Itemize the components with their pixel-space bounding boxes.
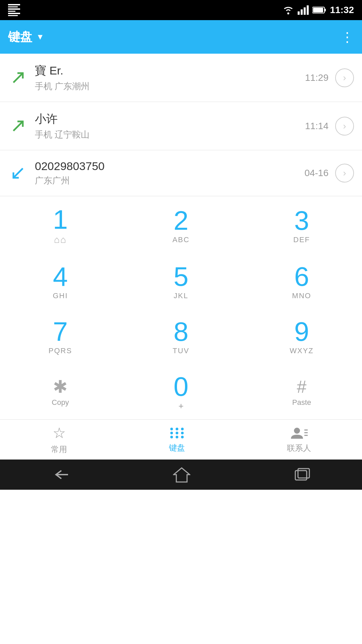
dialpad-key-6[interactable]: 6 MNO [241,253,362,308]
status-time: 11:32 [330,5,354,15]
key-paste-label: Paste [292,398,311,407]
call-meta-3: 04-16 › [304,164,354,182]
dialpad-key-hash[interactable]: # Paste [241,363,362,419]
key-copy-label: Copy [52,398,69,407]
svg-rect-27 [298,469,309,478]
svg-rect-4 [307,5,309,15]
dialpad-key-7[interactable]: 7 PQRS [0,308,121,363]
dialpad-key-8[interactable]: 8 TUV [121,308,241,363]
svg-point-17 [170,436,173,438]
svg-rect-1 [298,11,300,15]
key-number-2: 2 [174,207,189,234]
svg-point-0 [287,12,289,14]
outgoing-call-icon-1 [8,68,28,88]
svg-rect-3 [304,7,306,15]
key-number-3: 3 [294,207,309,234]
key-letters-2: ABC [172,235,189,244]
svg-marker-25 [174,468,190,482]
status-bar-left [8,4,20,16]
app-header: 键盘 ▼ ⋮ [0,20,362,54]
barcode-icon [8,4,20,16]
call-log: 寶 Er. 手机 广东潮州 11:29 › 小许 手机 辽宁鞍山 11:14 › [0,54,362,196]
svg-line-8 [13,73,23,83]
contacts-label: 联系人 [287,443,311,453]
favorites-label: 常用 [51,444,67,455]
dialpad-key-3[interactable]: 3 DEF [241,196,362,253]
svg-rect-7 [313,8,323,12]
key-number-9: 9 [294,318,309,345]
call-name-1: 寶 Er. [35,63,305,78]
key-letters-9: WXYZ [290,346,314,355]
svg-rect-2 [301,9,303,15]
dropdown-icon[interactable]: ▼ [36,32,44,42]
call-info-2: 小许 手机 辽宁鞍山 [35,111,305,141]
dialpad-grid: 1 ⌂⌂ 2 ABC 3 DEF 4 GHI 5 JKL 6 MNO 7 [0,196,362,419]
call-detail-btn-3[interactable]: › [335,164,354,182]
key-number-8: 8 [174,318,189,345]
key-letters-6: MNO [292,291,311,300]
key-star-symbol: ✱ [53,378,68,395]
chevron-right-icon-3: › [343,168,346,178]
key-number-0: 0 [174,373,189,400]
dialpad-area: 1 ⌂⌂ 2 ABC 3 DEF 4 GHI 5 JKL 6 MNO 7 [0,196,362,419]
recents-button[interactable] [293,467,311,482]
key-hash-symbol: # [297,378,307,395]
key-number-6: 6 [294,263,309,290]
svg-point-19 [181,436,184,438]
chevron-right-icon-1: › [343,72,346,83]
call-time-3: 04-16 [304,168,328,178]
favorites-icon: ☆ [53,424,66,441]
svg-point-16 [181,432,184,434]
key-letters-7: PQRS [49,346,72,355]
call-detail-btn-2[interactable]: › [335,117,354,136]
dialpad-key-9[interactable]: 9 WXYZ [241,308,362,363]
home-button[interactable] [173,467,190,483]
dialpad-key-1[interactable]: 1 ⌂⌂ [0,196,121,253]
dialpad-key-0[interactable]: 0 + [121,363,241,419]
call-detail-1: 手机 广东潮州 [35,80,305,92]
call-detail-btn-1[interactable]: › [335,68,354,87]
key-plus-label: + [178,401,183,411]
call-meta-2: 11:14 › [305,117,354,136]
key-number-5: 5 [174,263,189,290]
call-detail-2: 手机 辽宁鞍山 [35,129,305,141]
key-letters-5: JKL [174,291,188,300]
svg-point-11 [170,428,173,430]
svg-point-20 [294,428,300,434]
svg-point-18 [176,436,178,438]
call-time-2: 11:14 [305,121,328,131]
nav-item-dialpad[interactable]: 键盘 [169,426,185,453]
key-letters-8: TUV [173,346,189,355]
dialpad-key-5[interactable]: 5 JKL [121,253,241,308]
outgoing-call-icon-2 [8,116,28,136]
dialpad-key-4[interactable]: 4 GHI [0,253,121,308]
call-name-3: 02029803750 [35,160,304,173]
call-name-2: 小许 [35,111,305,127]
key-number-4: 4 [53,263,68,290]
nav-item-contacts[interactable]: 联系人 [287,426,311,453]
status-bar: 11:32 [0,0,362,20]
call-item-3: 02029803750 广东广州 04-16 › [0,150,362,196]
call-item-2: 小许 手机 辽宁鞍山 11:14 › [0,102,362,150]
svg-line-9 [13,121,23,131]
svg-point-13 [181,428,184,430]
chevron-right-icon-2: › [343,121,346,131]
back-button[interactable] [51,468,70,481]
menu-icon[interactable]: ⋮ [341,29,354,45]
svg-point-14 [170,432,173,434]
call-meta-1: 11:29 › [305,68,354,87]
bottom-nav: ☆ 常用 键盘 联系人 [0,419,362,460]
key-voicemail-icon: ⌂⌂ [54,234,67,245]
dialpad-key-2[interactable]: 2 ABC [121,196,241,253]
header-title: 键盘 [8,29,32,45]
nav-item-favorites[interactable]: ☆ 常用 [51,424,67,455]
call-info-3: 02029803750 广东广州 [35,160,304,186]
dialpad-nav-label: 键盘 [169,442,185,453]
call-info-1: 寶 Er. 手机 广东潮州 [35,63,305,92]
key-letters-4: GHI [53,291,68,300]
incoming-call-icon-3 [8,163,28,183]
wifi-icon [282,5,294,15]
dialpad-key-star[interactable]: ✱ Copy [0,363,121,419]
contacts-icon [290,426,308,440]
key-letters-3: DEF [293,235,310,244]
